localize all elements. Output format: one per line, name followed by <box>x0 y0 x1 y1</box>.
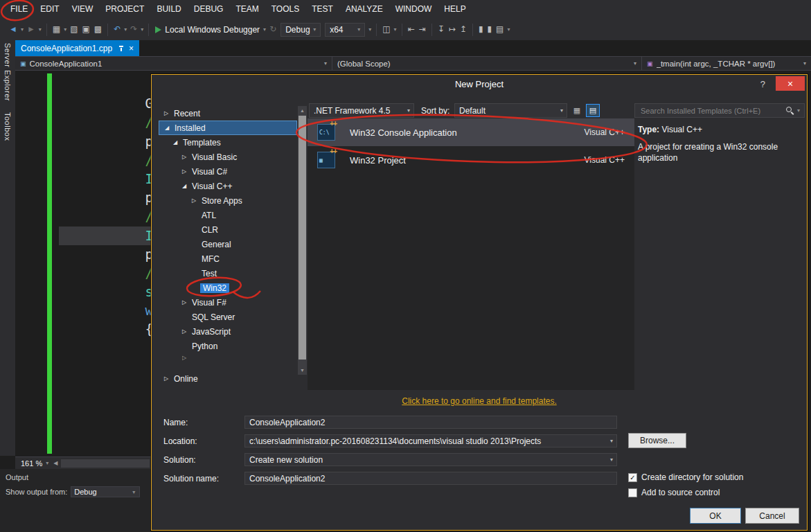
tree-item[interactable]: ▷ Visual F# <box>159 295 297 310</box>
tree-item[interactable]: ▷ <box>159 353 297 362</box>
refresh-icon[interactable]: ↻ <box>267 19 278 40</box>
menu-item[interactable]: TOOLS <box>265 0 305 19</box>
output-log[interactable]: 'ConsoleApplication1.exe' (W 'ConsoleApp… <box>6 502 151 532</box>
tree-arrow-icon[interactable]: ◢ <box>165 125 175 131</box>
pin-icon[interactable] <box>119 46 123 51</box>
dropdown-caret-icon[interactable]: ▾ <box>123 26 128 33</box>
configuration-combo[interactable]: Debug ▾ <box>280 23 321 37</box>
tool-window-tab[interactable]: Server Explorer <box>3 43 12 101</box>
tree-item[interactable]: ▷ Visual Basic <box>159 150 297 164</box>
dropdown-caret-icon[interactable]: ▾ <box>19 26 25 33</box>
dropdown-caret-icon[interactable]: ▾ <box>367 26 373 33</box>
save-icon[interactable]: ▣ <box>80 19 92 40</box>
menu-item[interactable]: PROJECT <box>99 0 150 19</box>
bookmark-next-icon[interactable]: ▮ <box>485 19 494 40</box>
navigate-back-icon[interactable]: ◄ <box>7 19 19 40</box>
tree-arrow-icon[interactable]: ▷ <box>182 154 192 160</box>
open-file-icon[interactable]: ▧ <box>68 19 80 40</box>
scroll-up-icon[interactable]: ▲ <box>298 106 307 115</box>
undo-icon[interactable]: ↶ <box>112 19 123 40</box>
step-into-icon[interactable]: ↧ <box>436 19 447 40</box>
framework-combo[interactable]: .NET Framework 4.5 ▾ <box>309 103 414 118</box>
solution-combo[interactable]: Create new solution ▾ <box>244 453 617 466</box>
tree-scrollbar[interactable]: ▲ ▼ <box>298 106 307 375</box>
ok-button[interactable]: OK <box>690 508 741 524</box>
menu-item[interactable]: FILE <box>4 0 34 19</box>
tree-arrow-icon[interactable]: ▷ <box>182 328 192 335</box>
checkbox-checked-icon[interactable]: ✓ <box>628 473 637 482</box>
tree-item[interactable]: SQL Server <box>159 310 297 324</box>
cancel-button[interactable]: Cancel <box>745 508 799 524</box>
tree-arrow-icon[interactable]: ▷ <box>192 197 202 204</box>
tree-item[interactable]: ◢ Templates <box>159 135 297 150</box>
tree-arrow-icon[interactable]: ▷ <box>182 299 192 305</box>
menu-item[interactable]: TEAM <box>229 0 265 19</box>
view-mode-medium-icon[interactable]: ▦ <box>570 104 584 117</box>
close-icon[interactable]: × <box>129 44 134 53</box>
tree-arrow-icon[interactable]: ▷ <box>164 110 174 116</box>
tree-item[interactable]: ◢ Visual C++ <box>159 179 297 193</box>
online-templates-link[interactable]: Click here to go online and find templat… <box>402 396 556 406</box>
tree-arrow-icon[interactable]: ▷ <box>182 168 192 175</box>
dialog-close-button[interactable]: × <box>776 76 805 91</box>
tab-consoleapplication1[interactable]: ConsoleApplication1.cpp × <box>15 40 139 56</box>
help-icon[interactable]: ? <box>760 75 765 94</box>
zoom-level[interactable]: 161 % <box>15 459 44 468</box>
redo-icon[interactable]: ↷ <box>128 19 139 40</box>
tree-arrow-icon[interactable]: ▷ <box>182 355 192 361</box>
scroll-left-icon[interactable]: ◀ <box>50 460 61 466</box>
menu-item[interactable]: ANALYZE <box>339 0 389 19</box>
scrollbar-thumb[interactable] <box>298 116 306 360</box>
start-debug-icon[interactable] <box>155 26 161 33</box>
navigate-forward-icon[interactable]: ► <box>25 19 37 40</box>
menu-item[interactable]: VIEW <box>66 0 100 19</box>
tree-item[interactable]: ▷ Visual C# <box>159 164 297 179</box>
dropdown-caret-icon[interactable]: ▾ <box>37 26 43 33</box>
bookmark-toggle-icon[interactable]: ▮ <box>476 19 485 40</box>
tree-item[interactable]: ▷ Store Apps <box>159 193 297 208</box>
tree-item[interactable]: CLR <box>159 222 297 237</box>
menu-item[interactable]: EDIT <box>34 0 65 19</box>
tree-item[interactable]: MFC <box>159 251 297 266</box>
save-all-icon[interactable]: ▩ <box>92 19 104 40</box>
template-item[interactable]: ▦ ++ Win32 Project Visual C++ <box>308 146 634 174</box>
search-icon[interactable] <box>785 106 794 115</box>
tree-item[interactable]: ▷ Recent <box>159 106 297 121</box>
location-combo[interactable]: c:\users\administrator.pc-201608231134\d… <box>244 434 617 447</box>
outline-collapse-icon[interactable]: ⇤ <box>406 19 417 40</box>
platform-combo[interactable]: x64 ▾ <box>325 23 365 37</box>
view-mode-list-icon[interactable]: ▤ <box>586 104 600 117</box>
new-file-icon[interactable]: ▦ <box>51 19 62 40</box>
tree-arrow-icon[interactable]: ▷ <box>164 375 174 382</box>
step-out-icon[interactable]: ↥ <box>458 19 469 40</box>
member-dropdown[interactable]: ▣ _tmain(int argc, _TCHAR * argv[]) ▾ <box>642 57 811 70</box>
dialog-title-bar[interactable]: New Project ? × <box>152 75 807 94</box>
attach-process-icon[interactable]: ◫ <box>380 19 392 40</box>
tree-item[interactable]: General <box>159 237 297 251</box>
chevron-down-icon[interactable]: ▾ <box>44 460 50 466</box>
dropdown-caret-icon[interactable]: ▾ <box>62 26 68 33</box>
menu-item[interactable]: DEBUG <box>188 0 230 19</box>
project-dropdown[interactable]: ▣ ConsoleApplication1 ▾ <box>15 57 332 70</box>
name-field[interactable] <box>244 416 617 429</box>
horizontal-scrollbar[interactable] <box>61 459 150 468</box>
sort-combo[interactable]: Default ▾ <box>454 103 567 118</box>
menu-item[interactable]: WINDOW <box>389 0 438 19</box>
solution-name-field[interactable] <box>244 472 617 485</box>
bookmark-list-icon[interactable]: ▤ <box>494 19 506 40</box>
step-over-icon[interactable]: ↦ <box>447 19 458 40</box>
checkbox-unchecked-icon[interactable]: ✓ <box>628 488 637 497</box>
chevron-down-icon[interactable]: ▾ <box>796 107 801 114</box>
dropdown-caret-icon[interactable]: ▾ <box>506 26 511 33</box>
dropdown-caret-icon[interactable]: ▾ <box>393 26 398 33</box>
tool-window-tab[interactable]: Toolbox <box>3 112 12 141</box>
tree-item[interactable]: Test <box>159 266 297 281</box>
tree-item[interactable]: ▷ Online <box>159 371 297 386</box>
tree-item[interactable]: ▷ JavaScript <box>159 324 297 339</box>
menu-item[interactable]: HELP <box>438 0 472 19</box>
browse-button[interactable]: Browse... <box>628 433 686 448</box>
dropdown-caret-icon[interactable]: ▾ <box>262 26 267 33</box>
create-directory-checkbox[interactable]: ✓ Create directory for solution <box>628 472 743 482</box>
debugger-button-label[interactable]: Local Windows Debugger <box>165 25 260 35</box>
tree-arrow-icon[interactable]: ◢ <box>182 183 192 189</box>
